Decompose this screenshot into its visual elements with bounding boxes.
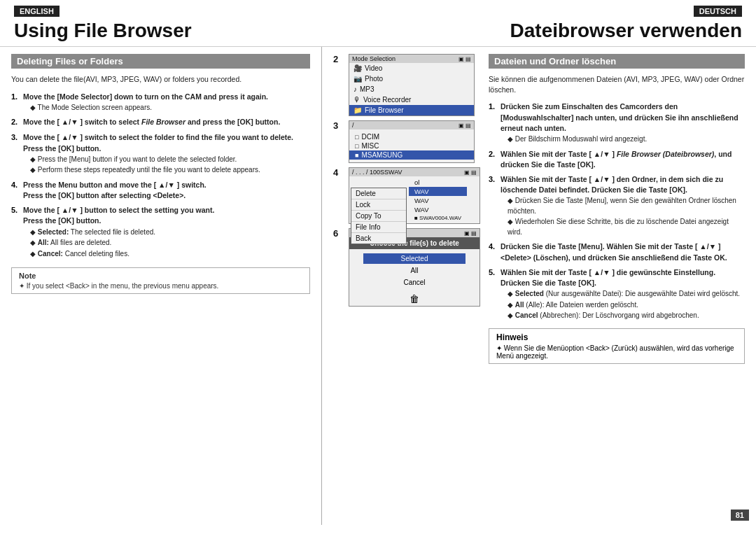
right-column: 2 Mode Selection ▣▤ 🎥 Video 📷 Photo: [322, 47, 756, 525]
section-header-en: Deleting Files or Folders: [11, 54, 310, 69]
screen3-msamsung: MSAMSUNG: [349, 150, 474, 160]
trash-icon-row: 🗑: [349, 292, 479, 306]
screen-3-block: 3 / ▣▤ DCIM MISC: [333, 120, 480, 163]
screen-4-icons: ▣▤: [464, 169, 477, 176]
popup-lock: Lock: [351, 199, 406, 211]
page-title-de: Dateibrowser verwenden: [510, 20, 742, 42]
section-header-de: Dateien und Ordner löschen: [489, 54, 745, 69]
screen2-item-photo: 📷 Photo: [349, 73, 474, 84]
screen-2-block: 2 Mode Selection ▣▤ 🎥 Video 📷 Photo: [333, 54, 480, 116]
popup-back: Back: [351, 233, 406, 244]
step-content-4: Press the Menu button and move the [ ▲/▼…: [23, 180, 206, 201]
popup-fileinfo: File Info: [351, 222, 406, 233]
page-number: 81: [731, 510, 749, 521]
step-num-3: 3.: [11, 132, 21, 175]
screen2-item-filebrowser: 📁 File Browser: [349, 105, 474, 115]
de-step5-bullet1: Selected (Nur ausgewählte Datei): Die au…: [500, 289, 745, 300]
de-step-3: 3. Wählen Sie mit der Taste [ ▲/▼ ] den …: [489, 174, 745, 237]
screens-area: 2 Mode Selection ▣▤ 🎥 Video 📷 Photo: [333, 54, 480, 358]
note-title: Note: [19, 272, 302, 280]
screen-3-path: /: [352, 122, 354, 129]
step-4: 4. Press the Menu button and move the [ …: [11, 180, 310, 201]
step5-bullet3: Cancel: Cancel deleting files.: [23, 249, 214, 260]
page-title-row: Using File Browser Dateibrowser verwende…: [0, 17, 756, 47]
step-3: 3. Move the [ ▲/▼ ] switch to select the…: [11, 132, 310, 175]
screen-3-topbar: / ▣▤: [349, 121, 474, 129]
file-wav1: WAV: [409, 187, 467, 196]
popup-copyto: Copy To: [351, 211, 406, 222]
step3-bullet2: Perform these steps repeatedly until the…: [23, 165, 310, 176]
hinweis-text: ✦ Wenn Sie die Menüoption <Back> (Zurück…: [496, 344, 734, 360]
de-step-content-5: Wählen Sie mit der Taste [ ▲/▼ ] die gew…: [500, 267, 745, 321]
de-step-5: 5. Wählen Sie mit der Taste [ ▲/▼ ] die …: [489, 267, 745, 321]
screen-4-frame: / . . . / 100SSWAV ▣▤ Delete Lock Copy T…: [349, 167, 480, 224]
misc-folder-icon: [355, 142, 358, 150]
deutsch-badge: DEUTSCH: [694, 6, 742, 17]
file-1: ol: [409, 178, 467, 187]
step1-bullet: The Mode Selection screen appears.: [23, 103, 268, 113]
screen3-misc: MISC: [349, 141, 474, 150]
file-wav2: WAV: [409, 196, 467, 205]
intro-text-en: You can delete the file(AVI, MP3, JPEG, …: [11, 74, 310, 85]
de-step-content-3: Wählen Sie mit der Taste [ ▲/▼ ] den Ord…: [500, 174, 745, 237]
video-icon: 🎥: [354, 64, 362, 72]
photo-icon: 📷: [354, 75, 362, 83]
step-2: 2. Move the [ ▲/▼ ] switch to select Fil…: [11, 117, 310, 128]
de-step-num-4: 4.: [489, 241, 498, 262]
option-cancel[interactable]: Cancel: [363, 277, 465, 288]
popup-menu: Delete Lock Copy To File Info Back: [351, 188, 407, 244]
mp3-icon: ♪: [354, 85, 357, 93]
screen-6-icons: ▣▤: [464, 230, 477, 237]
de-step-1: 1. Drücken Sie zum Einschalten des Camco…: [489, 101, 745, 144]
german-steps-area: Dateien und Ordner löschen Sie können di…: [489, 54, 745, 364]
step-num-5: 5.: [11, 205, 21, 259]
english-badge: ENGLISH: [14, 6, 59, 17]
option-all[interactable]: All: [363, 265, 465, 276]
popup-delete: Delete: [351, 188, 406, 199]
screen-3-num: 3: [333, 120, 343, 131]
de-step3-bullet2: Wiederholen Sie diese Schritte, bis die …: [500, 217, 745, 237]
main-content: Deleting Files or Folders You can delete…: [0, 47, 756, 525]
step-num-4: 4.: [11, 180, 21, 201]
screen-2-topbar: Mode Selection ▣▤: [349, 55, 474, 63]
screen-4-block: 4 / . . . / 100SSWAV ▣▤ Delete Lock Copy…: [333, 167, 480, 224]
note-box: Note ✦ If you select <Back> in the menu,…: [11, 267, 310, 294]
screen-2-frame: Mode Selection ▣▤ 🎥 Video 📷 Photo ♪ MP3: [349, 54, 475, 116]
step-content-1: Move the [Mode Selector] down to turn on…: [23, 92, 268, 113]
screen-3-icons: ▣▤: [458, 122, 471, 129]
step3-bullet1: Press the [Menu] button if you want to d…: [23, 155, 310, 165]
screen3-dcim: DCIM: [349, 132, 474, 141]
msamsung-folder-icon: [355, 151, 358, 159]
screen-2-title: Mode Selection: [352, 55, 396, 62]
de-step-content-1: Drücken Sie zum Einschalten des Camcorde…: [500, 101, 745, 144]
intro-text-de: Sie können die aufgenommenen Dateien (AV…: [489, 74, 745, 94]
screen-2-num: 2: [333, 54, 343, 64]
note-text: ✦ If you select <Back> in the menu, the …: [19, 282, 218, 290]
screen-3-frame: / ▣▤ DCIM MISC MSAMSUNG: [349, 120, 475, 163]
step-content-3: Move the [ ▲/▼ ] switch to select the fo…: [23, 132, 310, 175]
step-content-2: Move the [ ▲/▼ ] switch to select File B…: [23, 117, 280, 128]
trash-icon: 🗑: [410, 293, 419, 304]
de-step5-bullet3: Cancel (Abbrechen): Der Löschvorgang wir…: [500, 311, 745, 321]
de-step1-bullet: Der Bildschirm Moduswahl wird angezeigt.: [500, 134, 745, 145]
de-step-content-2: Wählen Sie mit der Taste [ ▲/▼ ] File Br…: [500, 149, 745, 170]
option-selected[interactable]: Selected: [363, 253, 465, 264]
screen-4-filelist: ol WAV WAV WAV ■ SWAV0004.WAV: [409, 176, 467, 223]
dcim-folder-icon: [355, 133, 358, 141]
step-num-1: 1.: [11, 92, 21, 113]
de-step-2: 2. Wählen Sie mit der Taste [ ▲/▼ ] File…: [489, 149, 745, 170]
step5-bullet1: Selected: The selected file is deleted.: [23, 227, 214, 238]
left-column: Deleting Files or Folders You can delete…: [0, 47, 322, 525]
step-num-2: 2.: [11, 117, 21, 128]
de-step-content-4: Drücken Sie die Taste [Menu]. Wählen Sie…: [500, 241, 745, 262]
voice-icon: 🎙: [354, 96, 360, 104]
de-step-num-5: 5.: [489, 267, 498, 321]
page-title-en: Using File Browser: [14, 20, 192, 42]
de-step-4: 4. Drücken Sie die Taste [Menu]. Wählen …: [489, 241, 745, 262]
file-wav3: WAV: [409, 205, 467, 214]
header: ENGLISH DEUTSCH: [0, 0, 756, 17]
screen-2-icons: ▣▤: [458, 56, 471, 62]
de-step-num-3: 3.: [489, 174, 498, 237]
screen-4-num: 4: [333, 167, 343, 178]
hinweis-box: Hinweis ✦ Wenn Sie die Menüoption <Back>…: [489, 328, 745, 364]
